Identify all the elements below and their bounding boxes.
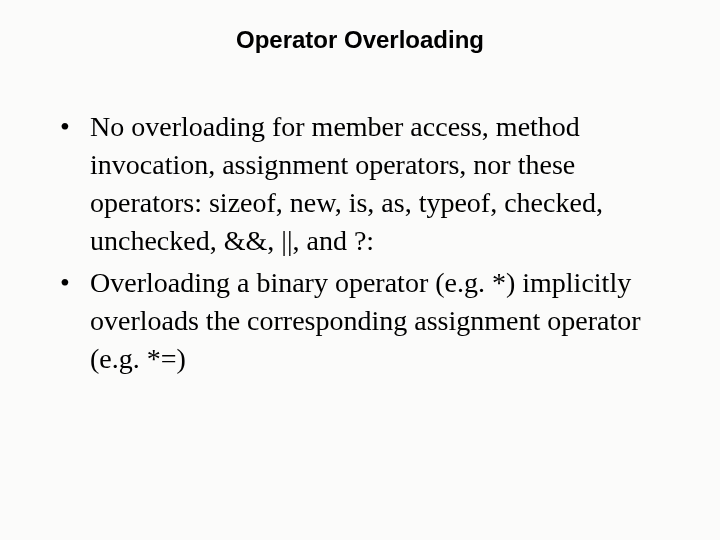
bullet-icon: • [60,264,90,302]
bullet-text: Overloading a binary operator (e.g. *) i… [90,264,670,378]
slide-title: Operator Overloading [0,26,720,54]
bullet-icon: • [60,108,90,146]
slide-body: • No overloading for member access, meth… [60,108,670,382]
bullet-text: No overloading for member access, method… [90,108,670,260]
list-item: • No overloading for member access, meth… [60,108,670,260]
slide: Operator Overloading • No overloading fo… [0,0,720,540]
list-item: • Overloading a binary operator (e.g. *)… [60,264,670,378]
